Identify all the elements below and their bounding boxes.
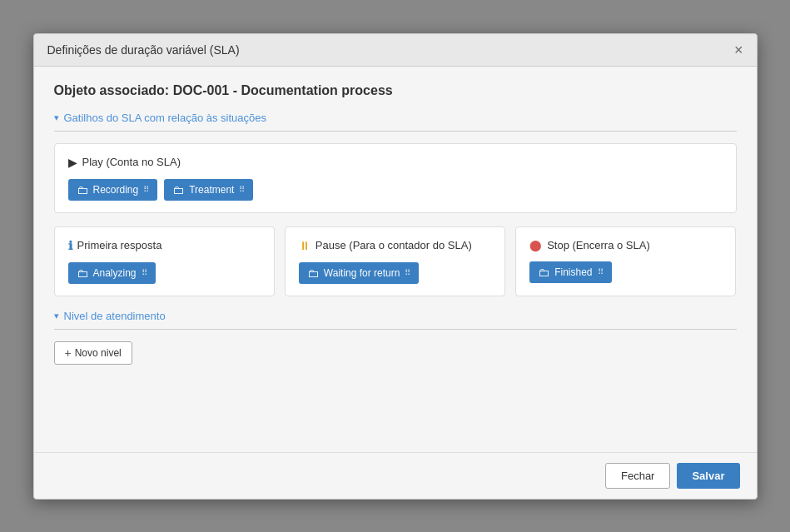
triggers-label[interactable]: Gatilhos do SLA com relação às situações: [64, 112, 267, 124]
tag-recording-label: Recording: [93, 184, 139, 196]
modal-footer: Fechar Salvar: [34, 452, 757, 499]
tag-analyzing[interactable]: 🗀 Analyzing ⠿: [68, 262, 156, 284]
pause-icon: ⏸: [299, 239, 311, 252]
tag-treatment-label: Treatment: [189, 184, 234, 196]
sub-box-header-1: ℹ Primeira resposta: [68, 239, 261, 252]
drag-icon-5: ⠿: [598, 267, 604, 276]
modal-header: Definições de duração variável (SLA) ×: [34, 34, 757, 67]
close-icon[interactable]: ×: [734, 42, 743, 57]
tag-recording[interactable]: 🗀 Recording ⠿: [68, 179, 158, 201]
tag-finished[interactable]: 🗀 Finished ⠿: [529, 261, 611, 283]
tag-waiting[interactable]: 🗀 Waiting for return ⠿: [299, 262, 420, 284]
triggers-divider: [54, 131, 737, 132]
plus-icon: +: [65, 346, 72, 360]
modal-dialog: Definições de duração variável (SLA) × O…: [33, 33, 758, 500]
fechar-button[interactable]: Fechar: [605, 463, 670, 489]
folder-icon-4: 🗀: [307, 266, 319, 280]
three-cols: ℹ Primeira resposta 🗀 Analyzing ⠿ ⏸ Paus…: [54, 226, 737, 296]
play-label: Play (Conta no SLA): [82, 156, 181, 168]
triggers-section-header: ▾ Gatilhos do SLA com relação às situaçõ…: [54, 112, 737, 124]
novo-nivel-label: Novo nivel: [75, 347, 122, 359]
nivel-section-header: ▾ Nivel de atendimento: [54, 310, 737, 322]
folder-icon-3: 🗀: [77, 266, 88, 280]
tag-finished-label: Finished: [554, 266, 592, 278]
sub-box-pause: ⏸ Pause (Para o contador do SLA) 🗀 Waiti…: [285, 226, 505, 296]
nivel-toggle[interactable]: ▾: [54, 311, 59, 321]
tag-analyzing-label: Analyzing: [93, 267, 137, 279]
sub-box-label-3: Stop (Encerra o SLA): [547, 239, 650, 251]
drag-icon-2: ⠿: [239, 185, 245, 194]
sub-box-label-1: Primeira resposta: [77, 239, 162, 251]
sub-box-primeira-resposta: ℹ Primeira resposta 🗀 Analyzing ⠿: [54, 226, 275, 296]
tag-treatment[interactable]: 🗀 Treatment ⠿: [164, 179, 253, 201]
drag-icon-3: ⠿: [142, 268, 147, 277]
sub-box-header-2: ⏸ Pause (Para o contador do SLA): [299, 239, 491, 252]
novo-nivel-button[interactable]: + Novo nivel: [54, 341, 132, 365]
folder-icon-2: 🗀: [172, 183, 184, 196]
play-box-header: ▶ Play (Conta no SLA): [68, 156, 723, 169]
play-icon: ▶: [68, 156, 77, 169]
sub-box-header-3: ⬤ Stop (Encerra o SLA): [529, 239, 722, 251]
modal-body: Objeto associado: DOC-001 - Documentatio…: [34, 67, 757, 452]
tag-waiting-label: Waiting for return: [324, 267, 400, 279]
folder-icon: 🗀: [77, 183, 88, 196]
salvar-button[interactable]: Salvar: [677, 463, 739, 489]
nivel-label[interactable]: Nivel de atendimento: [64, 310, 166, 322]
modal-title: Definições de duração variável (SLA): [47, 43, 240, 57]
drag-icon: ⠿: [143, 185, 149, 194]
play-tags-row: 🗀 Recording ⠿ 🗀 Treatment ⠿: [68, 179, 723, 201]
drag-icon-4: ⠿: [405, 268, 410, 277]
stop-icon: ⬤: [529, 239, 542, 251]
sub-tags-row-1: 🗀 Analyzing ⠿: [68, 262, 261, 284]
triggers-toggle[interactable]: ▾: [54, 112, 59, 123]
info-icon: ℹ: [68, 239, 72, 252]
sub-box-label-2: Pause (Para o contador do SLA): [316, 239, 472, 251]
sub-box-stop: ⬤ Stop (Encerra o SLA) 🗀 Finished ⠿: [515, 226, 736, 296]
sub-tags-row-3: 🗀 Finished ⠿: [529, 261, 722, 283]
sub-tags-row-2: 🗀 Waiting for return ⠿: [299, 262, 491, 284]
play-box: ▶ Play (Conta no SLA) 🗀 Recording ⠿ 🗀 Tr…: [54, 143, 737, 213]
object-title: Objeto associado: DOC-001 - Documentatio…: [54, 83, 737, 98]
folder-icon-5: 🗀: [538, 266, 549, 279]
nivel-divider: [54, 329, 737, 330]
nivel-section: ▾ Nivel de atendimento + Novo nivel: [54, 310, 737, 365]
